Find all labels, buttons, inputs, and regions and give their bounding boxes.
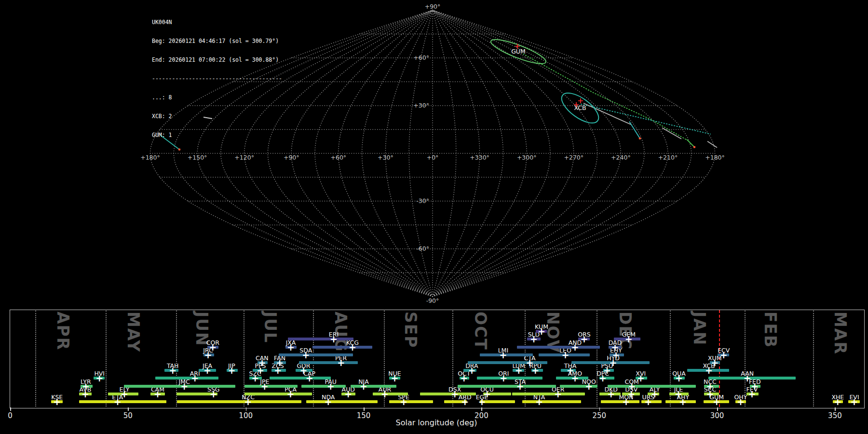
shower-bar-oer [512, 393, 585, 395]
x-axis-tick [717, 407, 718, 411]
month-separator-dec [597, 311, 597, 407]
x-axis-tick [364, 407, 365, 411]
shower-label-evi: EVI [849, 393, 859, 401]
x-axis-tick-label: 250 [592, 411, 606, 420]
x-axis-tick-label: 200 [475, 411, 488, 420]
shower-label-nia: NIA [358, 378, 369, 385]
shower-label-can: CAN [256, 354, 269, 362]
shower-bar-nda [306, 400, 378, 403]
shower-label-nue: NUE [388, 370, 401, 377]
month-label-mar: MAR [831, 312, 850, 355]
shower-label-jea: JEA [203, 362, 212, 369]
shower-label-xhe: XHE [831, 393, 844, 401]
month-label-feb: FEB [761, 312, 780, 348]
shower-bar-nzc [177, 400, 301, 403]
shower-bar-com [608, 385, 696, 388]
x-axis-tick-label: 300 [710, 411, 724, 420]
shower-label-ori: ORI [498, 370, 509, 377]
shower-label-aan: AAN [741, 370, 754, 377]
x-axis-tick-label: 150 [357, 411, 371, 420]
shower-bar-kcg [312, 346, 372, 349]
shower-label-ecv: ECV [718, 347, 730, 354]
month-label-jan: JAN [690, 312, 709, 346]
shower-label-lyr: LYR [81, 378, 91, 385]
shower-label-kum: KUM [535, 323, 548, 330]
meteor-plot-screen: GUMXCB+90°-90°+60°+30°-30°-60°+180°+150°… [0, 0, 868, 434]
month-label-may: MAY [124, 312, 143, 353]
shower-bar-jpe [244, 385, 298, 388]
shower-label-nda: NDA [322, 393, 335, 401]
x-axis-title: Solar longitude (deg) [396, 418, 477, 427]
shower-bar-pau [301, 385, 346, 388]
shower-label-gem: GEM [622, 331, 636, 338]
shower-bar-eri [288, 338, 353, 340]
shower-bar-spe [389, 400, 433, 403]
x-axis-tick [599, 407, 600, 411]
shower-label-kse: KSE [51, 393, 63, 401]
shower-bar-sta [458, 385, 556, 388]
x-axis-tick [246, 407, 247, 411]
x-axis-tick [835, 407, 836, 411]
shower-bar-per [299, 361, 358, 364]
shower-label-jip: JIP [228, 362, 235, 369]
month-separator-may [106, 311, 107, 407]
x-axis-tick-label: 100 [239, 411, 253, 420]
x-axis-tick-label: 0 [8, 411, 13, 420]
shower-bar-nta [522, 400, 581, 403]
month-label-oct: OCT [471, 312, 490, 351]
month-separator-feb [745, 311, 746, 407]
activity-timeline-chart: Solar longitude (deg) APRMAYJUNJULAUGSEP… [0, 0, 868, 434]
shower-bar-ari [155, 377, 218, 380]
shower-bar-pca [244, 393, 312, 395]
shower-bar-nia [351, 385, 396, 388]
shower-label-ohy: OHY [734, 393, 747, 401]
shower-label-qua: QUA [672, 370, 686, 377]
month-separator-aug [313, 311, 314, 407]
month-separator-mar [813, 311, 814, 407]
shower-bar-cap [270, 377, 331, 380]
shower-bar-ori [477, 377, 542, 380]
x-axis-tick [10, 407, 11, 411]
shower-label-cor: COR [206, 339, 219, 346]
month-label-apr: APR [54, 312, 72, 351]
shower-bar-and [517, 346, 600, 349]
month-label-jul: JUL [261, 312, 280, 343]
x-axis-tick-label: 350 [828, 411, 842, 420]
month-label-sep: SEP [401, 312, 420, 349]
shower-label-hvi: HVI [94, 370, 105, 377]
shower-label-lmi: LMI [498, 347, 508, 354]
x-axis-tick [128, 407, 129, 411]
month-separator-apr [35, 311, 36, 407]
shower-label-eri: ERI [329, 331, 339, 338]
shower-label-ors: ORS [578, 331, 590, 338]
shower-bar-sda [279, 353, 353, 356]
shower-label-xvi: XVI [636, 370, 646, 377]
x-axis-tick-label: 50 [123, 411, 133, 420]
shower-label-sda: SDA [299, 347, 312, 354]
shower-label-tah: TAH [167, 362, 179, 369]
x-axis-tick [481, 407, 482, 411]
